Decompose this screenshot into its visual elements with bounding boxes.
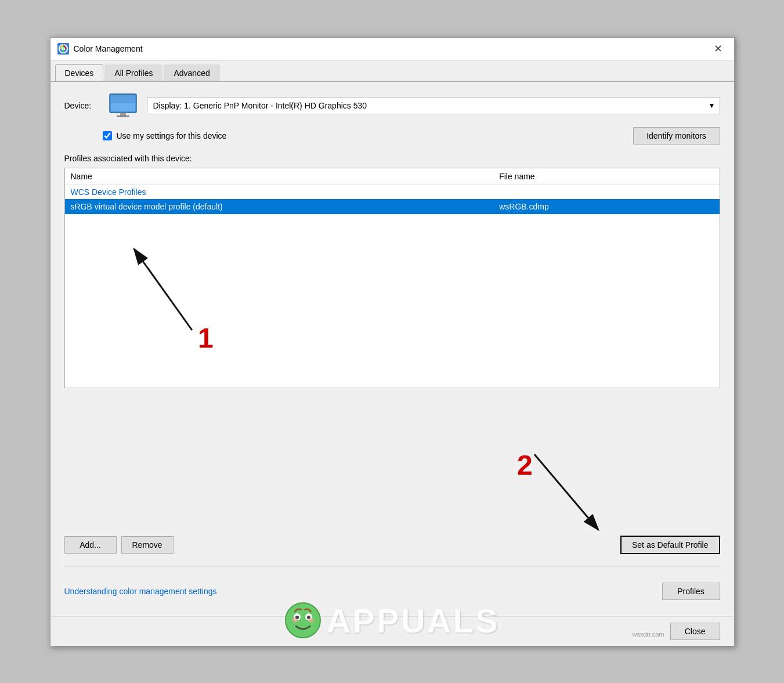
device-dropdown[interactable]: Display: 1. Generic PnP Monitor - Intel(…	[147, 97, 720, 114]
title-bar: Color Management ✕	[50, 38, 734, 61]
profiles-associated-label: Profiles associated with this device:	[64, 154, 720, 163]
wsxdn-credit: wsxdn.com	[632, 631, 664, 638]
main-content: Device: Display: 1. Generic PnP Monitor …	[50, 82, 734, 616]
svg-point-17	[295, 616, 299, 619]
use-settings-checkbox-label[interactable]: Use my settings for this device	[103, 131, 227, 140]
wcs-group-label[interactable]: WCS Device Profiles	[65, 185, 720, 199]
window-title: Color Management	[74, 44, 143, 53]
settings-row: Use my settings for this device Identify…	[103, 127, 720, 144]
profile-file: wsRGB.cdmp	[499, 202, 713, 211]
monitor-icon	[109, 93, 138, 118]
remove-button[interactable]: Remove	[121, 536, 174, 554]
svg-rect-7	[117, 115, 129, 117]
device-row: Device: Display: 1. Generic PnP Monitor …	[64, 93, 720, 118]
app-icon	[57, 43, 69, 55]
identify-monitors-button[interactable]: Identify monitors	[633, 127, 720, 144]
use-settings-checkbox[interactable]	[103, 131, 112, 140]
profile-name: sRGB virtual device model profile (defau…	[71, 202, 500, 211]
svg-point-18	[307, 616, 310, 619]
action-buttons-row: Add... Remove 2 Set as Default	[64, 536, 720, 554]
profiles-list: Name File name WCS Device Profiles sRGB …	[64, 168, 720, 388]
profiles-section: Profiles associated with this device: Na…	[64, 154, 720, 554]
title-left: Color Management	[57, 43, 143, 55]
use-settings-label: Use my settings for this device	[117, 131, 227, 140]
list-header: Name File name	[65, 168, 720, 185]
window-close-button[interactable]: ✕	[710, 40, 727, 57]
svg-point-20	[308, 618, 314, 623]
profiles-button[interactable]: Profiles	[662, 583, 720, 600]
tab-all-profiles[interactable]: All Profiles	[104, 64, 162, 81]
understanding-color-management-link[interactable]: Understanding color management settings	[64, 587, 217, 596]
bottom-bar: APPUALS wsxdn.com Close	[50, 616, 734, 646]
column-header-file: File name	[499, 172, 713, 181]
svg-rect-5	[111, 95, 135, 103]
tab-bar: Devices All Profiles Advanced	[50, 61, 734, 82]
footer-row: Understanding color management settings …	[64, 578, 720, 605]
color-management-window: Color Management ✕ Devices All Profiles …	[50, 37, 735, 646]
left-action-buttons: Add... Remove	[64, 536, 174, 554]
set-default-profile-button[interactable]: Set as Default Profile	[620, 536, 720, 554]
column-header-name: Name	[71, 172, 500, 181]
add-button[interactable]: Add...	[64, 536, 117, 554]
device-label: Device:	[64, 101, 99, 110]
svg-point-19	[292, 618, 298, 623]
close-dialog-button[interactable]: Close	[670, 623, 720, 640]
tab-advanced[interactable]: Advanced	[164, 64, 219, 81]
tab-devices[interactable]: Devices	[55, 64, 104, 81]
profile-list-item[interactable]: sRGB virtual device model profile (defau…	[65, 199, 720, 214]
divider	[64, 566, 720, 566]
device-dropdown-wrapper: Display: 1. Generic PnP Monitor - Intel(…	[147, 97, 720, 114]
